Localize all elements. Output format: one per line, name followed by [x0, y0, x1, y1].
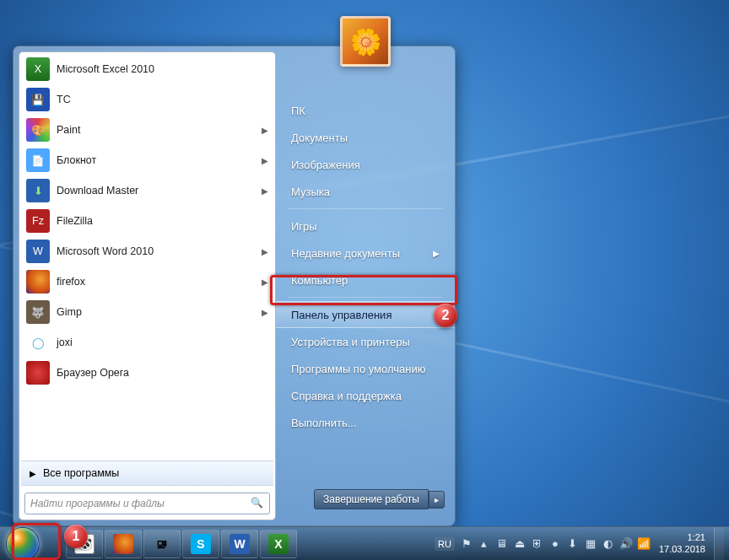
program-item-opera[interactable]: Браузер Opera: [19, 358, 275, 388]
right-pane-item-label: Музыка: [291, 186, 330, 198]
opera-icon: [26, 361, 50, 385]
right-pane-item[interactable]: Документы: [276, 124, 455, 151]
right-pane-item[interactable]: Выполнить...: [276, 409, 455, 436]
program-item-download-master[interactable]: ⬇Download Master▶: [19, 175, 275, 206]
firefox-icon: [26, 270, 50, 293]
update-icon[interactable]: ◐: [602, 537, 615, 551]
flag-icon[interactable]: ⚑: [460, 537, 473, 551]
right-pane-item[interactable]: ПК: [276, 97, 455, 124]
right-pane-item[interactable]: Панель управления: [276, 301, 455, 328]
taskbar-item[interactable]: S: [182, 530, 219, 558]
eject-icon[interactable]: ⏏: [513, 537, 526, 551]
annotation-highlight-start-button: [12, 523, 61, 560]
gimp-icon: 🐺: [26, 300, 50, 324]
shield-icon[interactable]: ⛨: [531, 537, 544, 551]
right-pane-item-label: Документы: [291, 132, 348, 144]
taskbar: 🐼🖳SWX RU ⚑▴🖥⏏⛨●⬇▦◐🔊📶 1:21 17.03.2018: [0, 526, 729, 560]
start-menu: XMicrosoft Excel 2010💾TC🎨Paint▶📄Блокнот▶…: [13, 46, 456, 526]
right-pane-item-label: Изображения: [291, 159, 360, 171]
menu-separator: [288, 208, 443, 209]
program-item-notepad[interactable]: 📄Блокнот▶: [19, 145, 275, 175]
taskbar-item[interactable]: [105, 530, 142, 558]
clock[interactable]: 1:21 17.03.2018: [656, 532, 709, 554]
submenu-arrow-icon: ▶: [262, 186, 268, 196]
up-icon[interactable]: ▴: [478, 537, 491, 551]
av-icon[interactable]: ●: [548, 537, 562, 551]
program-item-total-commander[interactable]: 💾TC: [19, 84, 275, 115]
search-input[interactable]: Найти программы и файлы 🔍: [24, 493, 270, 514]
program-label: TC: [57, 94, 71, 105]
program-item-joxi[interactable]: ◯joxi: [19, 327, 275, 358]
firefox-icon: [113, 534, 133, 554]
program-label: Блокнот: [57, 154, 96, 166]
right-pane-item-label: Устройства и принтеры: [291, 336, 410, 348]
program-label: FileZilla: [57, 215, 93, 227]
volume-icon[interactable]: 🔊: [619, 537, 633, 551]
right-pane-item-label: Выполнить...: [291, 417, 357, 429]
user-picture[interactable]: 🌼: [340, 16, 391, 67]
image-icon[interactable]: ▦: [584, 537, 597, 551]
clock-time: 1:21: [659, 532, 705, 543]
right-pane-item[interactable]: Недавние документы▶: [276, 240, 455, 267]
program-item-firefox[interactable]: firefox▶: [19, 267, 275, 297]
total-commander-icon: 💾: [26, 88, 50, 111]
right-pane-item[interactable]: Игры: [276, 213, 455, 240]
shutdown-group: Завершение работы ▸: [314, 488, 445, 510]
taskbar-item[interactable]: 🖳: [143, 530, 181, 558]
word-icon: W: [230, 534, 250, 554]
download-master-icon: ⬇: [26, 179, 50, 202]
right-pane-item[interactable]: Изображения: [276, 151, 455, 178]
taskbar-item[interactable]: X: [260, 530, 297, 558]
all-programs-button[interactable]: ▶ Все программы: [21, 460, 273, 486]
recent-programs-list: XMicrosoft Excel 2010💾TC🎨Paint▶📄Блокнот▶…: [19, 52, 275, 459]
all-programs-label: Все программы: [43, 467, 119, 479]
submenu-arrow-icon: ▶: [433, 249, 440, 258]
submenu-arrow-icon: ▶: [262, 126, 268, 135]
submenu-arrow-icon: ▶: [262, 308, 268, 317]
program-label: firefox: [57, 276, 85, 288]
menu-separator: [288, 297, 443, 298]
search-icon: 🔍: [251, 497, 264, 510]
monitor-icon[interactable]: 🖥: [495, 537, 509, 551]
right-pane-item-label: Справка и поддержка: [291, 390, 402, 402]
excel-icon: X: [26, 57, 50, 81]
network-icon[interactable]: 📶: [637, 537, 651, 551]
right-pane-item-label: Недавние документы: [291, 247, 400, 260]
program-label: Paint: [57, 124, 81, 136]
right-pane-item-label: Программы по умолчанию: [291, 363, 425, 375]
program-item-filezilla[interactable]: FzFileZilla: [19, 206, 275, 236]
start-menu-left-pane: XMicrosoft Excel 2010💾TC🎨Paint▶📄Блокнот▶…: [19, 51, 276, 520]
program-label: Download Master: [57, 185, 138, 197]
dm-icon[interactable]: ⬇: [566, 537, 580, 551]
program-item-word[interactable]: WMicrosoft Word 2010▶: [19, 236, 275, 267]
program-item-paint[interactable]: 🎨Paint▶: [19, 115, 275, 145]
right-pane-item[interactable]: Компьютер: [276, 267, 455, 293]
word-icon: W: [26, 240, 50, 263]
submenu-arrow-icon: ▶: [262, 277, 268, 287]
search-placeholder-text: Найти программы и файлы: [30, 498, 165, 509]
language-indicator[interactable]: RU: [435, 537, 455, 551]
program-label: Gimp: [57, 306, 82, 318]
system-tray: RU ⚑▴🖥⏏⛨●⬇▦◐🔊📶 1:21 17.03.2018: [435, 527, 724, 560]
shutdown-button[interactable]: Завершение работы: [314, 489, 429, 509]
annotation-marker-1: 1: [64, 525, 88, 548]
program-item-gimp[interactable]: 🐺Gimp▶: [19, 297, 275, 327]
submenu-arrow-icon: ▶: [262, 247, 268, 256]
right-pane-item[interactable]: Устройства и принтеры: [276, 328, 455, 355]
program-item-excel[interactable]: XMicrosoft Excel 2010: [19, 54, 275, 84]
taskbar-item[interactable]: W: [221, 530, 258, 558]
right-pane-item-label: Панель управления: [291, 309, 392, 321]
right-pane-item-label: ПК: [291, 105, 305, 117]
right-pane-item[interactable]: Музыка: [276, 178, 455, 205]
submenu-arrow-icon: ▶: [262, 156, 268, 165]
skype-icon: S: [191, 534, 211, 554]
shutdown-options-button[interactable]: ▸: [429, 491, 445, 509]
program-label: Microsoft Excel 2010: [57, 63, 154, 75]
right-pane-item[interactable]: Программы по умолчанию: [276, 355, 455, 382]
start-menu-right-pane: 🌼 ПКДокументыИзображенияМузыкаИгрыНедавн…: [276, 46, 455, 525]
clock-date: 17.03.2018: [659, 544, 705, 555]
right-pane-item-label: Компьютер: [291, 274, 348, 287]
show-desktop-button[interactable]: [714, 527, 724, 561]
arrow-right-icon: ▶: [30, 469, 36, 478]
right-pane-item[interactable]: Справка и поддержка: [276, 382, 455, 409]
